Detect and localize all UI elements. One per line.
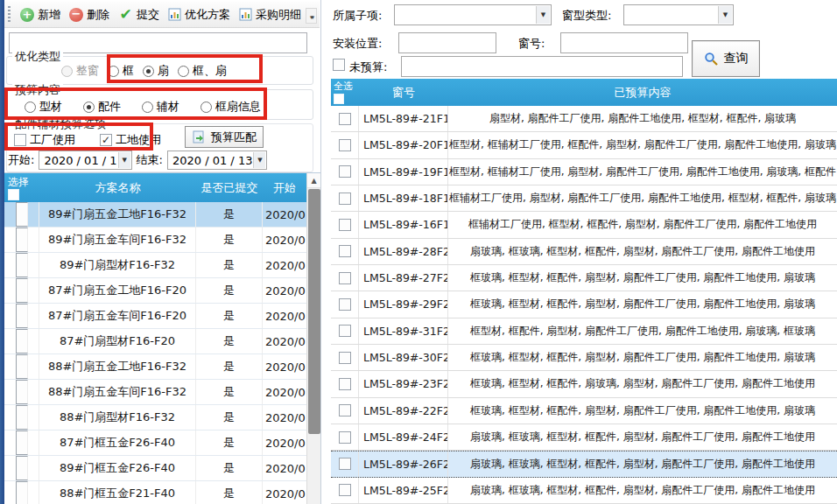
no-budget-checkbox[interactable]	[333, 59, 345, 71]
radio-option[interactable]: 型材	[25, 99, 62, 115]
chevron-down-icon[interactable]: ▼	[536, 6, 550, 24]
window-type-select[interactable]: ▼	[623, 4, 734, 25]
plan-row[interactable]: 89#门框五金F26-F40 是 2020/0	[4, 456, 306, 481]
row-checkbox[interactable]	[339, 325, 351, 337]
radio-option[interactable]: 框扇信息	[200, 99, 261, 115]
plan-row[interactable]: 89#门扇型材F16-F32 是 2020/0	[4, 253, 306, 278]
end-date-label: 结束:	[137, 152, 163, 168]
radio-option[interactable]: 扇	[143, 63, 169, 79]
row-checkbox[interactable]	[16, 354, 28, 379]
radio-icon	[178, 66, 189, 77]
radio-option[interactable]: 配件	[83, 99, 121, 115]
budget-row[interactable]: LM5L-89#-16F15 框辅材工厂使用, 框型材, 框配件, 扇型材, 扇…	[331, 212, 837, 238]
plan-row[interactable]: 88#门扇五金工地F16-F32 是 2020/0	[4, 354, 306, 380]
radio-option[interactable]: 整窗	[61, 63, 99, 79]
row-checkbox[interactable]	[16, 430, 28, 455]
chevron-down-icon[interactable]: ▼	[118, 152, 130, 168]
query-button[interactable]: 查询	[692, 40, 760, 77]
end-date-picker[interactable]: 2020 / 01 / 13 ▼	[167, 150, 267, 170]
row-checkbox[interactable]	[339, 192, 351, 205]
window-no: LM5L-89#-22F20	[359, 398, 448, 424]
plan-row[interactable]: 88#门扇五金车间F16-F32 是 2020/0	[4, 380, 306, 405]
row-checkbox[interactable]	[16, 253, 28, 277]
radio-option[interactable]: 辅材	[142, 99, 179, 115]
plan-row[interactable]: 89#门扇五金车间F16-F32 是 2020/0	[4, 228, 306, 253]
row-checkbox[interactable]	[16, 380, 28, 404]
no-budget-input[interactable]	[401, 56, 683, 77]
row-checkbox[interactable]	[16, 228, 28, 252]
plan-row[interactable]: 87#门扇型材F16-F20 是 2020/0	[4, 329, 306, 354]
budget-row[interactable]: LM5L-89#-22F20 框玻璃, 框型材, 框配件, 扇型材, 扇配件工厂…	[331, 398, 837, 424]
budget-row[interactable]: LM5L-89#-21F19 扇型材, 扇配件工厂使用, 扇配件工地使用, 框型…	[331, 106, 837, 132]
row-checkbox[interactable]	[339, 272, 351, 284]
plan-row[interactable]: 88#门框五金F21-F40 是 2020/0	[4, 481, 306, 504]
checkbox-option[interactable]: 工地使用	[100, 132, 161, 148]
row-checkbox[interactable]	[339, 245, 351, 257]
row-checkbox[interactable]	[16, 329, 28, 354]
budget-row[interactable]: LM5L-89#-20F18 框型材, 框辅材工厂使用, 框配件, 扇型材, 扇…	[331, 132, 837, 158]
row-checkbox[interactable]	[16, 456, 28, 480]
row-checkbox[interactable]	[339, 165, 351, 178]
window-no-input[interactable]	[560, 32, 688, 53]
checkbox-option[interactable]: 工厂使用	[14, 132, 75, 148]
sub-item-select[interactable]: ▼	[394, 4, 552, 25]
budgeted-content: 框玻璃, 框型材, 框配件, 扇型材, 扇配件工厂使用, 扇配件工地使用, 扇玻…	[448, 398, 837, 424]
budgeted-content: 框辅材工厂使用, 扇型材, 扇配件工厂使用, 扇配件工地使用, 框型材, 框配件…	[448, 186, 837, 211]
budget-row[interactable]: LM5L-89#-29F27 框玻璃, 框型材, 框配件, 扇型材, 扇配件工厂…	[331, 291, 837, 318]
row-checkbox[interactable]	[339, 219, 351, 231]
scrollbar-up-icon[interactable]: ▲	[307, 173, 320, 188]
budget-row[interactable]: LM5L-89#-31F29 框型材, 框配件, 扇型材, 扇配件工厂使用, 扇…	[331, 318, 837, 345]
budget-row[interactable]: LM5L-89#-18F16 框辅材工厂使用, 扇型材, 扇配件工厂使用, 扇配…	[331, 186, 837, 212]
start-date-picker[interactable]: 2020 / 01 / 1 ▼	[39, 150, 131, 170]
toolbar-grip[interactable]	[8, 6, 11, 24]
budget-row[interactable]: LM5L-89#-28F26 扇玻璃, 框玻璃, 框型材, 框配件, 扇型材, …	[331, 239, 837, 265]
chevron-down-icon[interactable]: ▼	[718, 6, 732, 24]
row-checkbox[interactable]	[339, 378, 351, 390]
row-checkbox[interactable]	[339, 113, 351, 125]
plan-row[interactable]: 89#门扇五金工地F16-F32 是 2020/0	[4, 202, 306, 228]
delete-button[interactable]: 删除	[65, 5, 114, 24]
toolbar-overflow-button[interactable]	[306, 8, 317, 24]
row-checkbox[interactable]	[16, 481, 28, 504]
budgeted-content: 扇玻璃, 框玻璃, 框型材, 框配件, 扇型材, 扇配件工厂使用, 扇配件工地使…	[448, 452, 837, 476]
window-no: LM5L-89#-30F28	[359, 345, 448, 370]
plan-row[interactable]: 87#门扇五金车间F16-F20 是 2020/0	[4, 304, 306, 329]
scrollbar-thumb[interactable]	[308, 189, 320, 434]
row-checkbox[interactable]	[339, 404, 351, 416]
budget-row[interactable]: LM5L-89#-19F17 框型材, 框辅材工厂使用, 扇型材, 扇配件工厂使…	[331, 159, 837, 186]
chevron-down-icon[interactable]: ▼	[253, 152, 265, 168]
row-checkbox[interactable]	[339, 431, 351, 444]
budget-row[interactable]: LM5L-89#-25F23 扇玻璃, 框玻璃, 框型材, 框配件, 扇型材, …	[331, 478, 837, 504]
row-checkbox[interactable]	[339, 484, 351, 496]
scrollbar[interactable]: ▲	[306, 173, 320, 504]
row-checkbox[interactable]	[16, 202, 28, 227]
row-checkbox[interactable]	[339, 458, 351, 470]
budget-row[interactable]: LM5L-89#-23F21 框玻璃, 框型材, 框配件, 扇玻璃, 扇型材, …	[331, 371, 837, 397]
budget-row[interactable]: LM5L-89#-24F22 扇玻璃, 框玻璃, 框型材, 框配件, 扇型材, …	[331, 424, 837, 451]
row-checkbox[interactable]	[339, 139, 351, 151]
install-position-input[interactable]	[398, 32, 496, 53]
purchase-detail-button[interactable]: 采购明细 ▼	[235, 5, 315, 24]
row-checkbox[interactable]	[16, 278, 28, 303]
budget-row[interactable]: LM5L-89#-30F28 框玻璃, 框型材, 框配件, 扇型材, 扇配件工厂…	[331, 345, 837, 371]
budget-match-button[interactable]: 预算匹配	[185, 126, 264, 148]
radio-option[interactable]: 框、扇	[178, 63, 227, 79]
row-checkbox[interactable]	[339, 352, 351, 364]
add-button[interactable]: 新增	[16, 5, 65, 24]
plan-start-date: 2020/0	[263, 202, 306, 227]
plan-row[interactable]: 88#门扇型材F16-F32 是 2020/0	[4, 405, 306, 430]
radio-option[interactable]: 框	[108, 63, 134, 79]
plan-row[interactable]: 87#门框五金F26-F40 是 2020/0	[4, 430, 306, 456]
row-checkbox[interactable]	[16, 304, 28, 328]
submit-button[interactable]: 提交	[114, 5, 164, 24]
budget-row[interactable]: LM5L-89#-27F25 框玻璃, 框型材, 框配件, 扇型材, 扇配件工厂…	[331, 265, 837, 291]
budget-row[interactable]: LM5L-89#-26F24 扇玻璃, 框玻璃, 框型材, 框配件, 扇型材, …	[331, 451, 837, 477]
radio-label: 框、扇	[193, 63, 227, 79]
select-all-checkbox[interactable]	[334, 94, 344, 104]
optimize-plan-button[interactable]: 优化方案	[164, 5, 235, 24]
row-checkbox[interactable]	[16, 405, 28, 430]
row-checkbox[interactable]	[339, 298, 351, 311]
select-all-checkbox[interactable]	[8, 189, 19, 200]
plan-row[interactable]: 87#门扇五金工地F16-F20 是 2020/0	[4, 278, 306, 304]
plan-name-header: 方案名称	[39, 173, 196, 202]
